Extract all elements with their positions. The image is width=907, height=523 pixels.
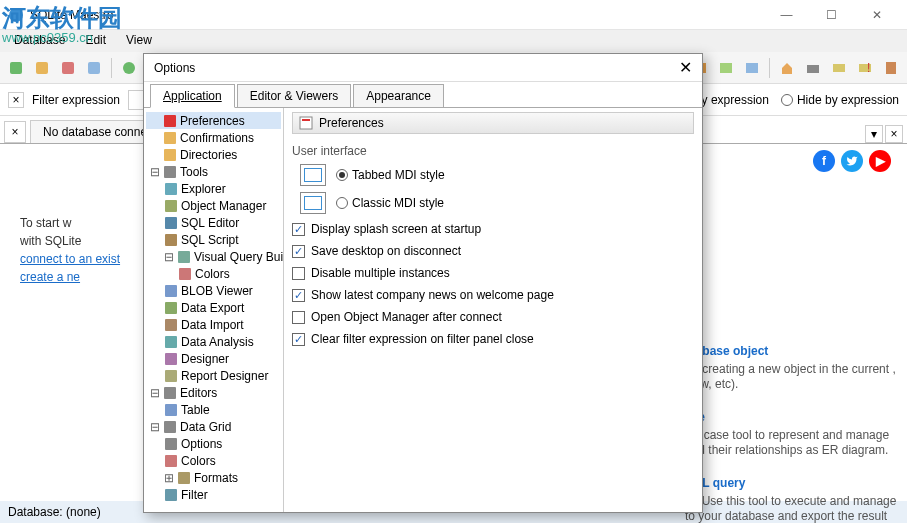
- tree-item-visual-query-build[interactable]: ⊟Visual Query Build: [146, 248, 281, 265]
- svg-text:!: !: [867, 61, 870, 75]
- toolbar-mail-icon[interactable]: [827, 56, 851, 80]
- svg-rect-17: [164, 149, 176, 161]
- svg-rect-35: [165, 455, 177, 467]
- dialog-close-button[interactable]: ✕: [679, 58, 692, 77]
- tree-item-report-designer[interactable]: Report Designer: [146, 367, 281, 384]
- toolbar-home-icon[interactable]: [775, 56, 799, 80]
- svg-rect-4: [88, 62, 100, 74]
- close-button[interactable]: ✕: [854, 0, 899, 30]
- menu-database[interactable]: Database: [4, 30, 75, 52]
- tree-item-data-analysis[interactable]: Data Analysis: [146, 333, 281, 350]
- tree-item-options[interactable]: Options: [146, 435, 281, 452]
- svg-rect-31: [164, 387, 176, 399]
- dialog-tab-editor-viewers[interactable]: Editor & Viewers: [237, 84, 351, 107]
- classic-mdi-radio[interactable]: Classic MDI style: [336, 196, 444, 210]
- svg-rect-24: [179, 268, 191, 280]
- tree-item-formats[interactable]: ⊞Formats: [146, 469, 281, 486]
- tree-item-designer[interactable]: Designer: [146, 350, 281, 367]
- checkbox-show-latest-company-news-on-we[interactable]: Show latest company news on welcome page: [292, 288, 694, 302]
- facebook-icon[interactable]: f: [813, 150, 835, 172]
- tools-icon: [163, 165, 177, 179]
- youtube-icon[interactable]: ▶: [869, 150, 891, 172]
- options-pane: Preferences User interface Tabbed MDI st…: [284, 108, 702, 512]
- user-interface-label: User interface: [292, 144, 694, 158]
- tree-item-colors[interactable]: Colors: [146, 265, 281, 282]
- colors-icon: [164, 454, 178, 468]
- toolbar-btn-4[interactable]: [82, 56, 106, 80]
- toolbar-printer-icon[interactable]: [801, 56, 825, 80]
- checkbox-box[interactable]: [292, 267, 305, 280]
- dialog-title: Options: [154, 61, 195, 75]
- twitter-icon[interactable]: [841, 150, 863, 172]
- toolbar-btn-r3[interactable]: [714, 56, 738, 80]
- checkbox-display-splash-screen-at-start[interactable]: Display splash screen at startup: [292, 222, 694, 236]
- menu-edit[interactable]: Edit: [75, 30, 116, 52]
- tabbed-mdi-radio[interactable]: Tabbed MDI style: [336, 168, 445, 182]
- tree-item-data-export[interactable]: Data Export: [146, 299, 281, 316]
- checkbox-box[interactable]: [292, 245, 305, 258]
- tree-item-data-import[interactable]: Data Import: [146, 316, 281, 333]
- tree-item-directories[interactable]: Directories: [146, 146, 281, 163]
- script-icon: [164, 233, 178, 247]
- tab-close-left-button[interactable]: ×: [4, 121, 26, 143]
- tree-item-tools[interactable]: ⊟Tools: [146, 163, 281, 180]
- tree-item-sql-editor[interactable]: SQL Editor: [146, 214, 281, 231]
- checkbox-box[interactable]: [292, 333, 305, 346]
- tree-item-preferences[interactable]: Preferences: [146, 112, 281, 129]
- filter-close-button[interactable]: ×: [8, 92, 24, 108]
- create-new-link[interactable]: create a ne: [20, 270, 80, 284]
- tree-item-object-manager[interactable]: Object Manager: [146, 197, 281, 214]
- dialog-tab-appearance[interactable]: Appearance: [353, 84, 444, 107]
- tree-item-sql-script[interactable]: SQL Script: [146, 231, 281, 248]
- tree-item-data-grid[interactable]: ⊟Data Grid: [146, 418, 281, 435]
- card-database-object-title[interactable]: atabase object: [685, 344, 907, 358]
- prefs-icon: [163, 114, 177, 128]
- checkbox-box[interactable]: [292, 289, 305, 302]
- hide-by-expression-radio[interactable]: Hide by expression: [781, 93, 899, 107]
- checkbox-clear-filter-expression-on-fil[interactable]: Clear filter expression on filter panel …: [292, 332, 694, 346]
- options-tree: PreferencesConfirmationsDirectories⊟Tool…: [144, 108, 284, 512]
- card-sql-query-title[interactable]: SQL query: [685, 476, 907, 490]
- minimize-button[interactable]: —: [764, 0, 809, 30]
- svg-rect-29: [165, 353, 177, 365]
- checkbox-open-object-manager-after-conn[interactable]: Open Object Manager after connect: [292, 310, 694, 324]
- toolbar-btn-r4[interactable]: [740, 56, 764, 80]
- menu-view[interactable]: View: [116, 30, 162, 52]
- toolbar-book-icon[interactable]: [879, 56, 903, 80]
- toolbar-btn-3[interactable]: [56, 56, 80, 80]
- table-icon: [164, 403, 178, 417]
- checkbox-box[interactable]: [292, 311, 305, 324]
- tree-item-confirmations[interactable]: Confirmations: [146, 129, 281, 146]
- tree-item-explorer[interactable]: Explorer: [146, 180, 281, 197]
- tree-item-filter[interactable]: Filter: [146, 486, 281, 503]
- maximize-button[interactable]: ☐: [809, 0, 854, 30]
- toolbar-btn-5[interactable]: [117, 56, 141, 80]
- toolbar-btn-1[interactable]: [4, 56, 28, 80]
- checkbox-box[interactable]: [292, 223, 305, 236]
- svg-point-5: [123, 62, 135, 74]
- tree-item-editors[interactable]: ⊟Editors: [146, 384, 281, 401]
- designer-icon: [164, 352, 178, 366]
- card-ase-title[interactable]: ase: [685, 410, 907, 424]
- tree-item-blob-viewer[interactable]: BLOB Viewer: [146, 282, 281, 299]
- checkbox-disable-multiple-instances[interactable]: Disable multiple instances: [292, 266, 694, 280]
- preferences-icon: [299, 116, 313, 130]
- tab-close-button[interactable]: ×: [885, 125, 903, 143]
- filter-label: Filter expression: [32, 93, 120, 107]
- tree-item-table[interactable]: Table: [146, 401, 281, 418]
- dialog-tab-application[interactable]: Application: [150, 84, 235, 108]
- sql-icon: [164, 216, 178, 230]
- analysis-icon: [164, 335, 178, 349]
- svg-rect-27: [165, 319, 177, 331]
- checkbox-save-desktop-on-disconnect[interactable]: Save desktop on disconnect: [292, 244, 694, 258]
- connect-existing-link[interactable]: connect to an exist: [20, 252, 120, 266]
- tree-item-colors[interactable]: Colors: [146, 452, 281, 469]
- folder-icon: [163, 131, 177, 145]
- objmgr-icon: [164, 199, 178, 213]
- tab-dropdown-button[interactable]: ▾: [865, 125, 883, 143]
- toolbar-btn-2[interactable]: [30, 56, 54, 80]
- import-icon: [164, 318, 178, 332]
- svg-rect-28: [165, 336, 177, 348]
- toolbar-mail2-icon[interactable]: !: [853, 56, 877, 80]
- svg-rect-32: [165, 404, 177, 416]
